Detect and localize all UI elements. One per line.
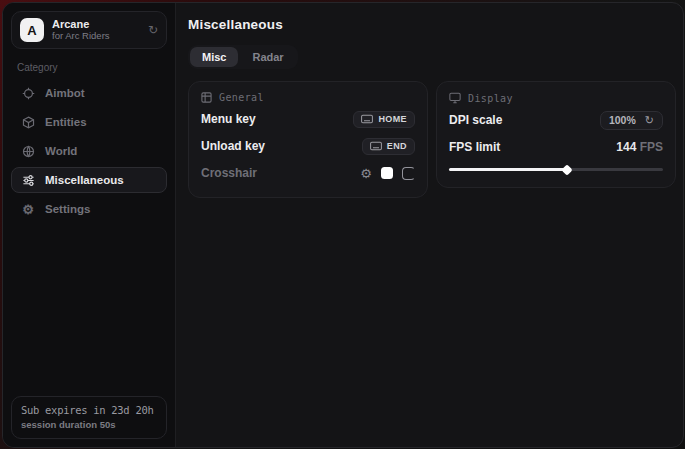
session-duration-text: session duration 50s	[21, 419, 157, 430]
app-title: Arcane	[52, 18, 110, 31]
category-label: Category	[17, 62, 161, 73]
tab-radar[interactable]: Radar	[240, 47, 295, 67]
grid-icon	[201, 92, 212, 103]
unload-key-row: Unload key END	[201, 134, 415, 158]
general-card: General Menu key HOME Unload key	[188, 81, 428, 198]
globe-icon	[21, 145, 35, 158]
dpi-scale-row: DPI scale 100% ↻	[449, 108, 663, 132]
sidebar-item-label: Aimbot	[45, 87, 85, 99]
crosshair-preview-bracket-icon[interactable]	[402, 167, 415, 180]
refresh-icon[interactable]: ↻	[148, 24, 158, 36]
crosshair-icon	[21, 87, 35, 100]
sidebar-item-label: Settings	[45, 203, 90, 215]
unload-key-button[interactable]: END	[362, 138, 415, 155]
tab-bar: Misc Radar	[188, 45, 298, 69]
sidebar: A Arcane for Arc Riders ↻ Category Aimbo…	[3, 3, 176, 447]
gear-icon: ⚙	[21, 203, 35, 216]
dpi-scale-control[interactable]: 100% ↻	[600, 111, 663, 130]
unload-key-label: Unload key	[201, 139, 265, 153]
app-subtitle: for Arc Riders	[52, 31, 110, 42]
crosshair-color-swatch[interactable]	[381, 167, 393, 179]
fps-slider-thumb[interactable]	[561, 164, 572, 175]
dpi-scale-value: 100%	[609, 114, 636, 126]
subscription-card: Sub expires in 23d 20h session duration …	[11, 396, 167, 439]
crosshair-settings-gear-icon[interactable]: ⚙	[360, 167, 372, 180]
fps-slider-fill	[449, 168, 567, 171]
dpi-scale-label: DPI scale	[449, 113, 502, 127]
fps-limit-label: FPS limit	[449, 140, 500, 154]
sidebar-item-settings[interactable]: ⚙ Settings	[11, 196, 167, 222]
dpi-refresh-icon[interactable]: ↻	[645, 115, 654, 126]
sidebar-item-aimbot[interactable]: Aimbot	[11, 80, 167, 106]
crosshair-row: Crosshair ⚙	[201, 161, 415, 185]
sub-expiry-text: Sub expires in 23d 20h	[21, 404, 157, 416]
keyboard-icon	[370, 141, 382, 151]
sidebar-item-entities[interactable]: Entities	[11, 109, 167, 135]
sidebar-nav: Aimbot Entities World	[11, 80, 167, 222]
general-card-title: General	[219, 92, 264, 103]
menu-key-row: Menu key HOME	[201, 107, 415, 131]
avatar: A	[20, 18, 44, 42]
cube-icon	[21, 116, 35, 129]
fps-limit-row: FPS limit 144 FPS	[449, 135, 663, 159]
menu-key-label: Menu key	[201, 112, 256, 126]
sidebar-item-label: Entities	[45, 116, 87, 128]
keyboard-icon	[361, 114, 373, 124]
display-card: Display DPI scale 100% ↻ FPS limit 144 F…	[436, 81, 676, 188]
crosshair-label: Crosshair	[201, 166, 257, 180]
profile-card: A Arcane for Arc Riders ↻	[11, 11, 167, 49]
page-title: Miscellaneous	[188, 17, 676, 32]
sliders-icon	[21, 174, 35, 187]
main-panel: Miscellaneous Misc Radar General Menu ke…	[176, 3, 684, 447]
menu-key-button[interactable]: HOME	[353, 111, 415, 128]
tab-misc[interactable]: Misc	[190, 47, 238, 67]
monitor-icon	[449, 92, 461, 104]
app-window: A Arcane for Arc Riders ↻ Category Aimbo…	[2, 2, 684, 448]
sidebar-item-world[interactable]: World	[11, 138, 167, 164]
fps-limit-value: 144 FPS	[616, 140, 663, 154]
sidebar-item-label: Miscellaneous	[45, 174, 124, 186]
fps-limit-slider[interactable]	[449, 163, 663, 175]
sidebar-item-label: World	[45, 145, 77, 157]
display-card-title: Display	[468, 93, 513, 104]
sidebar-item-miscellaneous[interactable]: Miscellaneous	[11, 167, 167, 193]
